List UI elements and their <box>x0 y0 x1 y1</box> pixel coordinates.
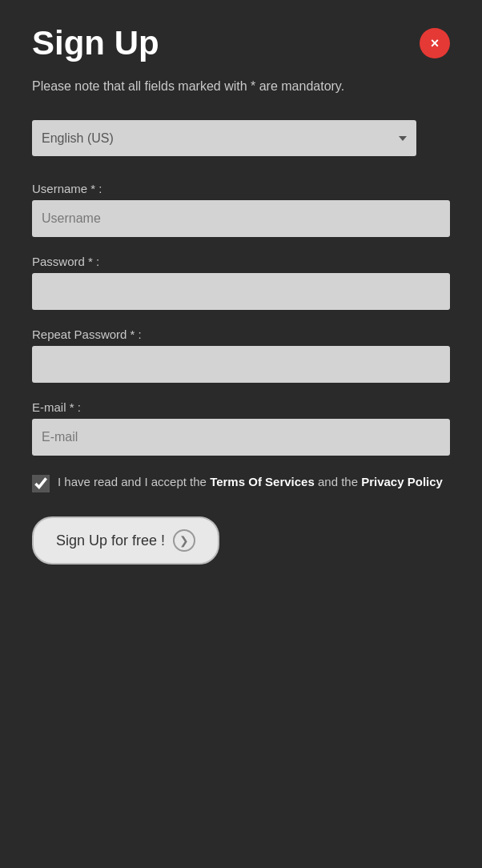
password-input[interactable] <box>32 273 450 310</box>
language-selector-group: English (US) French Spanish German Itali… <box>32 120 450 164</box>
arrow-right-icon: ❯ <box>173 529 195 552</box>
tos-link[interactable]: Terms Of Services <box>210 475 315 488</box>
email-input[interactable] <box>32 419 450 456</box>
signup-modal: Sign Up × Please note that all fields ma… <box>0 0 482 868</box>
email-field-group: E-mail * : <box>32 400 450 456</box>
signup-button[interactable]: Sign Up for free ! ❯ <box>32 516 219 565</box>
password-field-group: Password * : <box>32 255 450 310</box>
privacy-link[interactable]: Privacy Policy <box>361 475 443 488</box>
mandatory-notice: Please note that all fields marked with … <box>32 77 450 96</box>
username-label: Username * : <box>32 182 450 195</box>
language-select[interactable]: English (US) French Spanish German Itali… <box>32 120 416 156</box>
username-field-group: Username * : <box>32 182 450 237</box>
close-button[interactable]: × <box>420 28 450 58</box>
terms-checkbox[interactable] <box>32 475 50 492</box>
signup-button-label: Sign Up for free ! <box>56 532 165 549</box>
repeat-password-field-group: Repeat Password * : <box>32 328 450 383</box>
email-label: E-mail * : <box>32 400 450 414</box>
repeat-password-input[interactable] <box>32 346 450 383</box>
page-title: Sign Up <box>32 24 159 62</box>
terms-group: I have read and I accept the Terms Of Se… <box>32 473 450 492</box>
password-label: Password * : <box>32 255 450 268</box>
modal-header: Sign Up × <box>32 24 450 62</box>
terms-label: I have read and I accept the Terms Of Se… <box>58 473 443 492</box>
username-input[interactable] <box>32 200 450 237</box>
repeat-password-label: Repeat Password * : <box>32 328 450 341</box>
